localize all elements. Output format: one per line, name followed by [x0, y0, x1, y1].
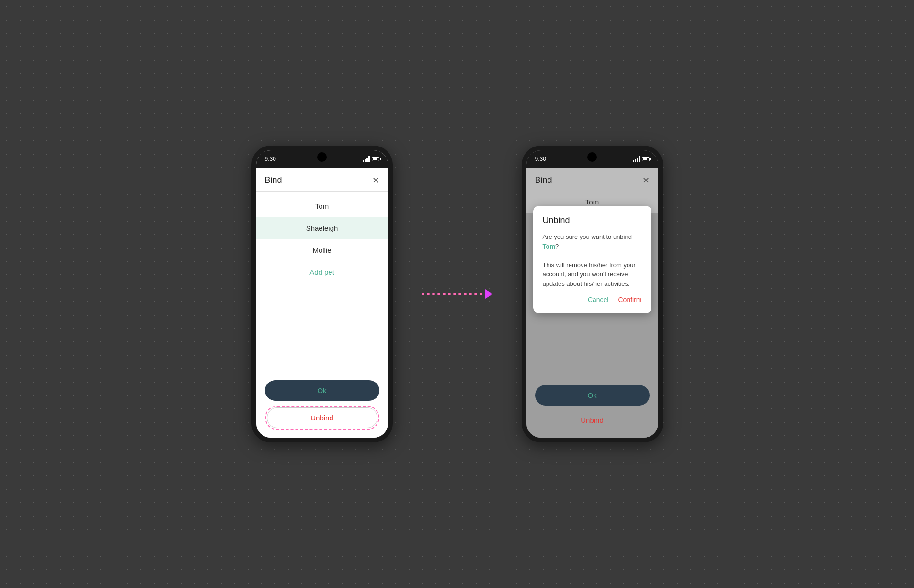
- pet-item-shaeleigh-1[interactable]: Shaeleigh: [256, 217, 388, 239]
- confirm-body-name: Tom: [543, 243, 555, 250]
- phone2-inner: 9:30 Bind ✕ Tom: [526, 150, 658, 438]
- phone2-bottom: Ok Unbind: [526, 379, 658, 438]
- scene: 9:30 Bind ✕ Tom: [251, 146, 663, 442]
- pet-item-mollie-1[interactable]: Mollie: [256, 239, 388, 261]
- dot-11: [474, 293, 477, 295]
- close-button-1[interactable]: ✕: [372, 176, 379, 185]
- notch: [317, 152, 327, 162]
- dialog-title-1: Bind: [265, 175, 282, 185]
- phone1-bottom: Ok Unbind: [256, 374, 388, 438]
- notch-2: [587, 152, 597, 162]
- dialog-header-1: Bind ✕: [256, 168, 388, 192]
- phone1-inner: 9:30 Bind ✕ Tom: [256, 150, 388, 438]
- signal-icon-2: [633, 156, 640, 162]
- dot-2: [427, 293, 430, 295]
- confirm-dialog-title: Unbind: [543, 215, 642, 226]
- dot-7: [453, 293, 456, 295]
- battery-icon-1: [372, 157, 379, 161]
- close-button-2[interactable]: ✕: [642, 176, 650, 185]
- dashed-line: [422, 293, 482, 295]
- confirm-dialog: Unbind Are you sure you want to unbind T…: [533, 206, 651, 313]
- dialog-title-2: Bind: [535, 175, 552, 185]
- add-pet-button-1[interactable]: Add pet: [256, 261, 388, 283]
- cancel-button[interactable]: Cancel: [588, 296, 609, 304]
- status-icons-1: [363, 156, 379, 162]
- confirm-dialog-body: Are you sure you want to unbind Tom? Thi…: [543, 232, 642, 288]
- dot-6: [448, 293, 451, 295]
- status-icons-2: [633, 156, 650, 162]
- unbind-button-1[interactable]: Unbind: [267, 407, 377, 428]
- arrow-head: [485, 289, 493, 299]
- signal-icon-1: [363, 156, 370, 162]
- dot-12: [480, 293, 482, 295]
- dot-10: [469, 293, 472, 295]
- status-time-1: 9:30: [265, 156, 276, 162]
- unbind-highlight: Unbind: [265, 406, 379, 430]
- confirm-body-part2: ?: [555, 243, 559, 250]
- unbind-button-2[interactable]: Unbind: [535, 410, 650, 430]
- dot-5: [443, 293, 446, 295]
- pet-item-tom-1[interactable]: Tom: [256, 195, 388, 217]
- phone2-frame: 9:30 Bind ✕ Tom: [522, 146, 663, 442]
- confirm-body-extra: This will remove his/her from your accou…: [543, 260, 642, 289]
- dot-1: [422, 293, 424, 295]
- status-time-2: 9:30: [535, 156, 546, 162]
- dialog-header-2: Bind ✕: [526, 168, 658, 191]
- phone1-frame: 9:30 Bind ✕ Tom: [251, 146, 393, 442]
- dot-4: [437, 293, 440, 295]
- dot-8: [458, 293, 461, 295]
- ok-button-1[interactable]: Ok: [265, 380, 379, 401]
- confirm-button[interactable]: Confirm: [618, 296, 641, 304]
- dot-9: [464, 293, 467, 295]
- confirm-body-part1: Are you sure you want to unbind: [543, 233, 632, 240]
- dot-3: [432, 293, 435, 295]
- arrow-connector: [422, 289, 493, 299]
- battery-icon-2: [642, 157, 650, 161]
- ok-button-2[interactable]: Ok: [535, 385, 650, 406]
- confirm-actions: Cancel Confirm: [543, 296, 642, 304]
- pet-list-1: Tom Shaeleigh Mollie Add pet: [256, 192, 388, 374]
- phone2-content: Bind ✕ Tom Unbind Are you sure you want …: [526, 168, 658, 379]
